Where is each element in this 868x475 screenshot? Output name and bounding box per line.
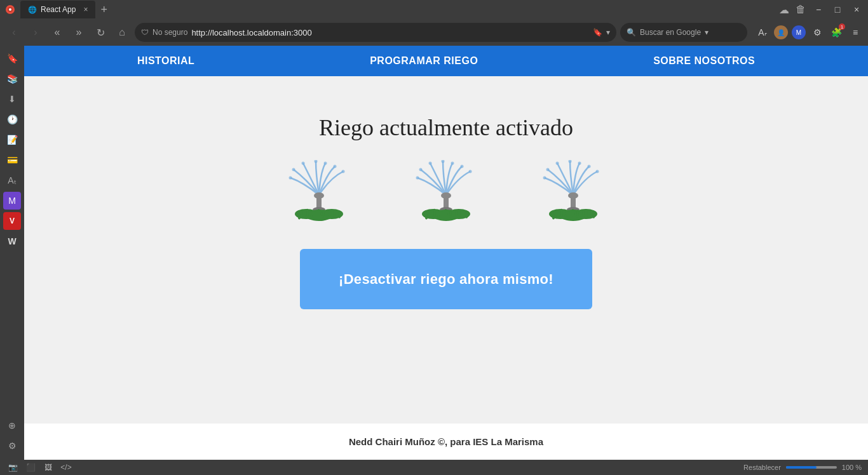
svg-point-26 — [429, 162, 432, 165]
app-navigation: HISTORIAL PROGRAMAR RIEGO SOBRE NOSOTROS — [24, 46, 868, 76]
menu-icon[interactable]: ≡ — [848, 25, 863, 40]
status-window-icon[interactable]: ⬛ — [24, 463, 37, 472]
lock-icon: 🛡 — [141, 28, 149, 37]
search-dropdown-icon[interactable]: ▾ — [705, 28, 709, 37]
sidebar-add-icon[interactable]: ⊕ — [3, 417, 21, 434]
sprinkler-1-svg — [275, 160, 363, 230]
svg-point-47 — [546, 168, 550, 171]
svg-rect-42 — [445, 209, 447, 217]
sidebar-history-icon[interactable]: 🕐 — [3, 110, 21, 128]
user-avatar[interactable]: 👤 — [774, 25, 788, 39]
status-screenshot-icon[interactable]: 📷 — [6, 463, 19, 472]
skip-forward-button[interactable]: » — [70, 23, 88, 41]
svg-rect-20 — [318, 209, 320, 217]
security-status: No seguro — [153, 28, 187, 37]
svg-point-28 — [451, 162, 454, 165]
sidebar-wallet-icon[interactable]: 💳 — [3, 151, 21, 169]
page-footer: Nedd Chairi Muñoz ©, para IES La Marisma — [24, 424, 868, 460]
tab-close-icon[interactable]: × — [83, 5, 88, 14]
sidebar-reading-icon[interactable]: 📚 — [3, 70, 21, 88]
status-bar: 📷 ⬛ 🖼 </> Restablecer 100 % — [0, 460, 868, 475]
skip-back-button[interactable]: « — [48, 23, 66, 41]
zoom-slider[interactable] — [786, 466, 837, 469]
address-bar[interactable]: 🛡 No seguro http://localhost.localdomain… — [135, 23, 616, 42]
sidebar-bottom: ⊕ ⚙ — [3, 417, 21, 460]
sidebar-settings-bottom-icon[interactable]: ⚙ — [3, 437, 21, 455]
bookmark-icon[interactable]: 🔖 — [593, 28, 602, 37]
main-area: 🔖 📚 ⬇ 🕐 📝 💳 Aₜ M V W ⊕ ⚙ HISTORIAL PROGR… — [0, 46, 868, 460]
sidebar-translate-icon[interactable]: Aₜ — [3, 171, 21, 189]
forward-button[interactable]: › — [27, 23, 44, 41]
sprinklers-container — [271, 160, 621, 230]
svg-point-25 — [419, 168, 423, 171]
url-text: http://localhost.localdomain:3000 — [191, 28, 589, 37]
svg-point-49 — [569, 160, 572, 163]
web-content: HISTORIAL PROGRAMAR RIEGO SOBRE NOSOTROS… — [24, 46, 868, 460]
svg-point-3 — [292, 168, 295, 171]
page-title: Riego actualmente activado — [319, 114, 573, 141]
content-box: Riego actualmente activado — [81, 95, 811, 343]
sprinkler-1 — [271, 160, 367, 230]
svg-point-2 — [9, 8, 11, 11]
svg-point-52 — [596, 170, 599, 173]
svg-point-6 — [324, 162, 327, 165]
sidebar-download-icon[interactable]: ⬇ — [3, 90, 21, 108]
reload-button[interactable]: ↻ — [92, 23, 109, 41]
deactivate-button[interactable]: ¡Desactivar riego ahora mismo! — [300, 249, 592, 309]
svg-point-50 — [578, 162, 581, 165]
zoom-level: 100 % — [842, 464, 862, 471]
svg-point-27 — [442, 160, 445, 163]
tab-bar: 🌐 React App × + — [20, 1, 107, 18]
svg-point-5 — [315, 160, 318, 163]
svg-point-4 — [302, 162, 305, 165]
svg-rect-64 — [572, 209, 574, 217]
nav-right-icons: Aᵣ 👤 M ⚙ 🧩 1 ≡ — [755, 25, 863, 40]
nav-item-programar[interactable]: PROGRAMAR RIEGO — [370, 55, 478, 67]
maximize-button[interactable]: □ — [831, 4, 844, 15]
footer-author: Nedd Chairi Muñoz — [349, 436, 435, 447]
sidebar-notes-icon[interactable]: 📝 — [3, 131, 21, 149]
home-button[interactable]: ⌂ — [113, 23, 131, 41]
browser-sidebar: 🔖 📚 ⬇ 🕐 📝 💳 Aₜ M V W ⊕ ⚙ — [0, 46, 24, 460]
svg-point-7 — [334, 165, 337, 168]
trash-icon[interactable]: 🗑 — [796, 4, 806, 15]
title-bar-right: ☁ 🗑 − □ × — [779, 4, 863, 16]
sidebar-mastodon-icon[interactable]: M — [3, 192, 21, 210]
browser-frame: 🌐 React App × + ☁ 🗑 − □ × ‹ › « » ↻ ⌂ 🛡 … — [0, 0, 868, 475]
sprinkler-3 — [526, 160, 621, 230]
sidebar-wikipedia-icon[interactable]: W — [3, 232, 21, 250]
cloud-icon[interactable]: ☁ — [779, 4, 789, 16]
browser-logo-icon — [5, 4, 15, 15]
title-bar: 🌐 React App × + ☁ 🗑 − □ × — [0, 0, 868, 19]
sprinkler-3-svg — [529, 160, 618, 230]
svg-point-30 — [469, 170, 472, 173]
sidebar-bookmarks-icon[interactable]: 🔖 — [3, 50, 21, 67]
settings-icon[interactable]: ⚙ — [810, 25, 825, 40]
content-area: Riego actualmente activado — [24, 76, 868, 424]
active-tab[interactable]: 🌐 React App × — [20, 1, 95, 18]
dropdown-icon[interactable]: ▾ — [606, 28, 610, 37]
back-button[interactable]: ‹ — [5, 23, 23, 41]
svg-point-29 — [461, 165, 464, 168]
svg-point-48 — [556, 162, 559, 165]
sprinkler-2-svg — [402, 160, 491, 230]
status-code-icon[interactable]: </> — [60, 463, 72, 472]
new-tab-button[interactable]: + — [100, 3, 107, 17]
svg-point-9 — [289, 177, 292, 180]
close-button[interactable]: × — [850, 4, 863, 15]
profile-icon[interactable]: M — [792, 25, 806, 39]
extensions-icon[interactable]: 🧩 1 — [829, 25, 844, 40]
sidebar-vivaldi-icon[interactable]: V — [3, 212, 21, 230]
restore-label[interactable]: Restablecer — [743, 464, 781, 471]
svg-point-8 — [342, 170, 345, 173]
search-placeholder-text: Buscar en Google — [640, 28, 701, 37]
footer-copyright: ©, para IES La Marisma — [435, 436, 543, 447]
nav-item-sobre[interactable]: SOBRE NOSOTROS — [653, 55, 755, 67]
svg-point-51 — [588, 165, 591, 168]
minimize-button[interactable]: − — [812, 4, 825, 15]
reader-mode-icon[interactable]: Aᵣ — [755, 25, 770, 40]
search-bar[interactable]: 🔍 Buscar en Google ▾ — [620, 23, 747, 42]
nav-item-historial[interactable]: HISTORIAL — [137, 55, 194, 67]
svg-point-31 — [416, 177, 419, 180]
status-image-icon[interactable]: 🖼 — [42, 463, 55, 472]
